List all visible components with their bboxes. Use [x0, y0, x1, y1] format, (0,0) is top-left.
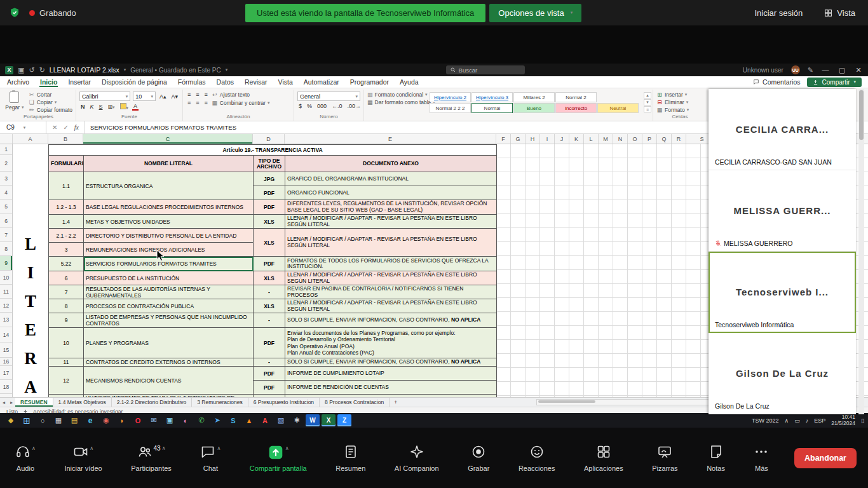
font-color-button[interactable]: A: [132, 103, 139, 111]
chevron-up-icon[interactable]: ∧: [285, 445, 289, 451]
style-normal-2-2-2[interactable]: Normal 2 2 2: [430, 103, 471, 113]
header-formulario[interactable]: FORMULARIO: [49, 156, 84, 172]
cell-anexo[interactable]: Enviar los documentos de los Planes y Pr…: [285, 328, 497, 358]
taskbar-icon-file-explorer[interactable]: ▤: [67, 414, 81, 426]
whiteboards-button[interactable]: Pizarras: [648, 444, 681, 473]
cell-tipo[interactable]: PDF: [254, 186, 285, 200]
start-video-button[interactable]: ∧ Iniciar vídeo: [60, 444, 105, 473]
taskbar-icon-photos[interactable]: ▣: [163, 414, 177, 426]
cell-tipo[interactable]: XLS: [254, 215, 285, 229]
align-center-icon[interactable]: ≡: [194, 100, 200, 106]
participants-button[interactable]: 43 ∧ Participantes: [127, 444, 175, 473]
audio-button[interactable]: ∧ Audio: [11, 444, 39, 473]
undo-icon[interactable]: ↺: [29, 66, 34, 74]
number-format-select[interactable]: General▾: [297, 92, 360, 101]
taskbar-icon-search[interactable]: ○: [36, 414, 50, 426]
taskbar-icon-telegram[interactable]: ➤: [210, 414, 224, 426]
cell-anexo[interactable]: LLENAR / MODIFICAR / ADAPTAR - REVISAR L…: [285, 215, 497, 229]
cell-anexo[interactable]: REVISAR EN PAGINA DE CONTRALORIA / NOTIF…: [285, 285, 497, 299]
save-icon[interactable]: ▣: [18, 66, 24, 74]
horizontal-scrollbar-thumb[interactable]: [538, 400, 595, 403]
cell-anexo[interactable]: INFORME DE CUMPLIMIENTO LOTAIP: [285, 367, 497, 381]
edit-pencil-icon[interactable]: ✎: [808, 66, 813, 74]
delete-cells-button[interactable]: ⊟Eliminar▾: [656, 99, 703, 105]
row-header[interactable]: 14: [0, 327, 12, 342]
format-painter-button[interactable]: ✏Copiar formato: [29, 107, 72, 113]
decrease-decimal-button[interactable]: .00→: [346, 103, 363, 109]
column-header[interactable]: Q: [657, 134, 672, 144]
underline-button[interactable]: S: [98, 104, 104, 110]
column-header[interactable]: D: [253, 134, 285, 144]
sheet-tab-resumen[interactable]: RESUMEN: [15, 398, 53, 407]
align-left-icon[interactable]: ≡: [186, 100, 192, 106]
taskbar-icon-start[interactable]: ⊞: [20, 414, 34, 426]
row-header[interactable]: 2: [0, 155, 12, 172]
cell-tipo[interactable]: PDF: [254, 381, 285, 395]
row-header[interactable]: 12: [0, 299, 12, 313]
tab-scroll-right-icon[interactable]: ▸: [8, 400, 15, 405]
column-header[interactable]: K: [569, 134, 584, 144]
tab-scroll-left-icon[interactable]: ◂: [0, 400, 8, 405]
bold-button[interactable]: N: [79, 104, 86, 110]
share-screen-button[interactable]: ∧ Compartir pantalla: [246, 444, 311, 473]
row-header[interactable]: 1: [0, 144, 12, 155]
cell-formulario[interactable]: 6: [49, 271, 84, 285]
cell-formulario[interactable]: 10: [49, 328, 84, 358]
cell-formulario[interactable]: 9: [49, 313, 84, 328]
row-header[interactable]: 6: [0, 214, 12, 228]
cell-anexo[interactable]: INFORME DE RENDICIÓN DE CUENTAS: [285, 381, 497, 395]
cell-nombre[interactable]: VIATICOS INFORMES DE TRABAJO Y JUSTIFICA…: [84, 395, 254, 398]
row-header[interactable]: 3: [0, 172, 12, 186]
row-header[interactable]: 18: [0, 380, 12, 394]
panel-scrollbar[interactable]: [858, 89, 864, 414]
column-header[interactable]: P: [642, 134, 657, 144]
maximize-button[interactable]: ▢: [837, 66, 846, 74]
panel-scrollbar-thumb[interactable]: [859, 90, 864, 140]
cell-formulario[interactable]: 7: [49, 285, 84, 299]
taskbar-icon-zoom[interactable]: Z: [337, 414, 351, 426]
menu-tab-formulas[interactable]: Fórmulas: [177, 77, 207, 87]
redo-icon[interactable]: ↻: [39, 66, 45, 74]
table-title-cell[interactable]: Artículo 19.- TRANSPARENCIA ACTIVA: [49, 145, 497, 156]
cell-tipo[interactable]: XLS: [254, 229, 285, 257]
cell-anexo[interactable]: DIFERENTES LEYES, REGLAMENTOS DE LA INST…: [285, 200, 497, 215]
row-header[interactable]: 4: [0, 186, 12, 200]
select-all-corner[interactable]: [0, 134, 13, 144]
menu-tab-revisar[interactable]: Revisar: [244, 77, 268, 87]
view-layout-button[interactable]: Vista: [820, 8, 859, 18]
row-header[interactable]: 13: [0, 313, 12, 327]
column-header[interactable]: O: [628, 134, 642, 144]
record-button[interactable]: Grabar: [464, 444, 493, 473]
cut-button[interactable]: ✂Cortar: [29, 92, 72, 98]
column-header[interactable]: A: [13, 134, 48, 144]
cell-tipo[interactable]: PDF: [254, 395, 285, 398]
sheet-tab-remuneraciones[interactable]: 3 Remuneraciones: [192, 398, 248, 407]
participant-tile[interactable]: CECILIA CARRA... CECILIA CARRASCO-GAD SA…: [709, 89, 856, 170]
formula-content[interactable]: SERVICIOS FORMULARIOS FORMATOS TRAMITES: [85, 124, 236, 131]
minimize-button[interactable]: —: [821, 66, 830, 74]
taskbar-icon-edge[interactable]: e: [83, 414, 97, 426]
format-as-table-button[interactable]: ▦Dar formato como tabla▾: [367, 99, 426, 105]
cell-formulario[interactable]: 11: [49, 358, 84, 367]
increase-decimal-button[interactable]: ←.0: [330, 103, 344, 109]
notes-button[interactable]: Notas: [703, 444, 729, 473]
reactions-button[interactable]: Reacciones: [515, 444, 559, 473]
chat-button[interactable]: ∧ Chat: [196, 444, 224, 473]
search-box[interactable]: Buscar: [446, 65, 525, 74]
menu-tab-datos[interactable]: Datos: [216, 77, 234, 87]
column-header[interactable]: I: [540, 134, 555, 144]
merge-center-button[interactable]: ▦Combinar y centrar▾: [212, 100, 270, 106]
row-header[interactable]: 15: [0, 342, 12, 358]
menu-tab-disposicion[interactable]: Disposición de página: [101, 77, 168, 87]
row-header[interactable]: 7: [0, 228, 12, 242]
style-normal-2[interactable]: Normal 2: [555, 92, 597, 102]
style-neutral[interactable]: Neutral: [597, 103, 639, 113]
insert-cells-button[interactable]: ⊞Insertar▾: [656, 92, 703, 98]
sheet-tab-metas[interactable]: 1.4 Metas Objetivos: [53, 398, 112, 407]
cell-formulario[interactable]: 12: [49, 367, 84, 395]
cell-nombre[interactable]: ESTRUCTURA ORGANICA: [84, 172, 254, 200]
chevron-up-icon[interactable]: ∧: [32, 445, 36, 451]
column-header[interactable]: C: [83, 134, 253, 144]
cell-nombre[interactable]: PRESUPUESTO DE LA INSTITUCIÓN: [84, 271, 254, 285]
cell-nombre[interactable]: BASE LEGAL REGULACIONES PROCEDIMIENTOS I…: [84, 200, 254, 215]
